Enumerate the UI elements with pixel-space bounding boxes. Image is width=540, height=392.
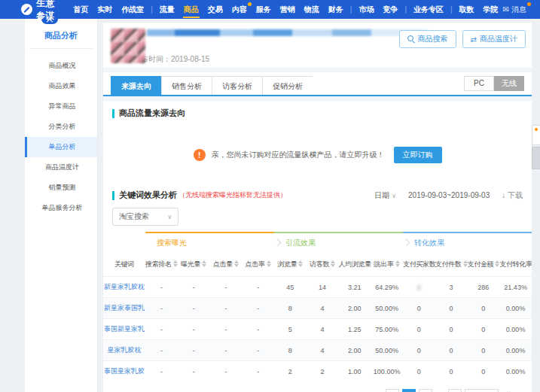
nav-item[interactable]: 实时 xyxy=(93,0,117,19)
page-button[interactable]: 2 xyxy=(419,389,432,392)
cell-visitors: 4 xyxy=(321,326,325,333)
analysis-tab[interactable]: 销售分析 xyxy=(161,76,212,95)
sort-icon xyxy=(463,260,468,267)
keyword-link[interactable]: 皇家乳胶枕 xyxy=(108,346,142,354)
sidebar-item[interactable]: 分类分析 xyxy=(25,117,97,137)
cell-pay-buyers: 0 xyxy=(417,368,421,375)
nav-item-label: 交易 xyxy=(208,5,223,14)
device-toggle-option[interactable]: 无线 xyxy=(494,76,524,91)
product-search-button[interactable]: 商品搜索 xyxy=(399,30,456,48)
nav-item-label: 服务 xyxy=(256,5,271,14)
survey-tab[interactable] xyxy=(532,125,540,145)
cell-pageviews: 2 xyxy=(288,368,292,375)
column-header[interactable]: 关键词 xyxy=(103,253,145,277)
keyword-link[interactable]: 新皇家泰国乳 xyxy=(104,304,145,311)
prev-page-button[interactable]: ‹ xyxy=(386,389,399,392)
feedback-tab[interactable] xyxy=(532,147,540,169)
nav-item[interactable]: 市场 xyxy=(354,0,378,19)
cell-pay-items: 0 xyxy=(450,347,453,354)
analysis-tab[interactable]: 促销分析 xyxy=(262,76,313,95)
channel-select[interactable]: 淘宝搜索 ∨ xyxy=(112,208,178,226)
table-row: 泰国新皇家乳 - - - - 5 4 1.25 75.00% 0 0 0 0.0… xyxy=(103,319,532,340)
nav-item[interactable]: 作战室 xyxy=(117,0,148,19)
column-header[interactable]: 支付买家数 xyxy=(403,253,435,277)
nav-item[interactable]: 取数 xyxy=(455,0,479,19)
column-header[interactable]: 人均浏览量 xyxy=(339,253,371,277)
device-toggle-option[interactable]: PC xyxy=(464,76,494,91)
cell-bounce-rate: 75.00% xyxy=(375,326,398,333)
product-title-censored xyxy=(147,29,427,36)
analysis-tab[interactable]: 来源去向 xyxy=(111,76,161,95)
keyword-link[interactable]: 新皇家乳胶枕 xyxy=(104,283,145,290)
page-button[interactable]: 1 xyxy=(402,389,416,392)
date-dropdown-label: 日期 xyxy=(374,191,389,199)
column-header[interactable]: 访客数 xyxy=(307,253,339,277)
sidebar-item[interactable]: 销量预测 xyxy=(25,178,97,198)
column-header[interactable]: 浏览量 xyxy=(274,253,307,277)
product-thumbnail xyxy=(111,29,145,63)
nav-item[interactable]: 内容 xyxy=(227,0,252,19)
download-button[interactable]: ↓ 下载 xyxy=(502,190,523,201)
nav-item-label: 首页 xyxy=(73,5,88,14)
cell-pay-amount: 286 xyxy=(477,284,489,291)
date-dropdown[interactable]: 日期∨ xyxy=(374,190,396,201)
keyword-link[interactable]: 泰国皇家乳胶 xyxy=(104,367,145,375)
sidebar-item[interactable]: 异常商品 xyxy=(25,96,97,117)
flow-section-title: 商品流量来源去向 xyxy=(119,108,185,119)
nav-item[interactable]: 财务 xyxy=(324,0,348,19)
column-header[interactable]: 支付件数 xyxy=(435,253,468,277)
column-header[interactable]: 支付金额 xyxy=(468,253,500,277)
nav-item-label: 营销 xyxy=(280,5,295,14)
nav-item[interactable]: 学院 xyxy=(479,0,503,19)
pagination: ‹ 12..5 下一页› 共5页 xyxy=(103,382,532,392)
top-navbar: 生意参谋 首页实时作战室流量商品交易内容服务营销物流财务市场竞争业务专区取数学院… xyxy=(0,0,540,19)
sidebar-item[interactable]: 商品概况 xyxy=(25,56,97,76)
brand-logo[interactable]: 生意参谋 xyxy=(21,0,58,23)
nav-item[interactable] xyxy=(148,0,155,19)
column-header-label: 浏览量 xyxy=(277,260,297,268)
cell-search-rank: - xyxy=(160,326,163,333)
analysis-tab[interactable]: 访客分析 xyxy=(212,76,262,95)
page-button[interactable]: 5 xyxy=(448,389,462,392)
sort-icon xyxy=(495,260,499,267)
nav-item[interactable]: 竞争 xyxy=(378,0,402,19)
column-header[interactable]: 搜索排名 xyxy=(145,253,178,277)
column-header[interactable]: 支付转化率 xyxy=(499,253,532,277)
cell-search-rank: - xyxy=(160,305,163,312)
column-header[interactable]: 点击率 xyxy=(242,253,274,277)
message-notification-dot xyxy=(527,2,531,6)
flow-section-header: 商品流量来源去向 xyxy=(103,101,532,123)
nav-item[interactable] xyxy=(448,0,455,19)
product-thermometer-button[interactable]: ⇄ 商品温度计 xyxy=(462,30,526,48)
nav-item[interactable]: 营销 xyxy=(276,0,300,19)
messages-button[interactable]: ✉消息 xyxy=(503,0,532,19)
next-page-button[interactable]: 下一页› xyxy=(465,389,499,392)
cell-ctr: - xyxy=(257,347,259,354)
cell-exposure: - xyxy=(193,347,195,354)
column-header[interactable]: 点击量 xyxy=(210,253,243,277)
column-header[interactable]: 曝光量 xyxy=(178,253,210,277)
table-row: 泰国皇家乳胶 - - - - 2 2 1.00 100.00% 0 0 0 0.… xyxy=(103,361,532,382)
order-now-button[interactable]: 立即订购 xyxy=(394,147,442,163)
product-header: 发布时间：2019-08-15 商品搜索 ⇄ 商品温度计 xyxy=(103,23,532,68)
nav-item[interactable]: 首页 xyxy=(69,0,93,19)
nav-item[interactable] xyxy=(402,0,409,19)
cell-pay-conversion: 0.00% xyxy=(506,347,526,354)
sidebar-item[interactable]: 单品分析 xyxy=(25,137,97,157)
nav-item[interactable]: 交易 xyxy=(203,0,227,19)
cell-pageviews: 45 xyxy=(286,284,294,291)
download-icon: ↓ xyxy=(502,191,505,199)
sidebar-item[interactable]: 商品效果 xyxy=(25,76,97,96)
nav-item[interactable] xyxy=(348,0,355,19)
nav-item[interactable]: 物流 xyxy=(300,0,324,19)
nav-item[interactable]: 业务专区 xyxy=(409,0,448,19)
nav-item[interactable]: 商品 xyxy=(179,0,203,19)
analysis-tabs: 来源去向销售分析访客分析促销分析 PC无线 xyxy=(103,72,532,96)
nav-item[interactable]: 流量 xyxy=(155,0,179,19)
page-button[interactable]: .. xyxy=(435,389,446,392)
nav-item[interactable]: 服务 xyxy=(252,0,276,19)
keyword-link[interactable]: 泰国新皇家乳 xyxy=(104,325,145,333)
sort-icon xyxy=(173,260,178,267)
sidebar-item[interactable]: 商品温度计 xyxy=(25,157,97,178)
sidebar-item[interactable]: 单品服务分析 xyxy=(25,198,97,218)
